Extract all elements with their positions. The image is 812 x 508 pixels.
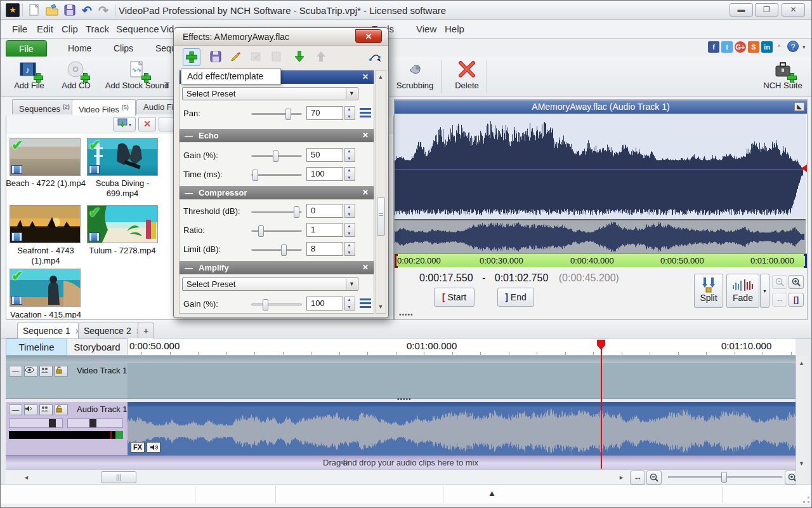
minimize-button[interactable]: ▬	[730, 3, 753, 17]
menu-sequence[interactable]: Sequence	[116, 23, 159, 34]
add-stock-sound-button[interactable]: ∿∿ Add Stock Sound	[102, 59, 172, 95]
save-template-button[interactable]	[207, 48, 225, 66]
limit-slider[interactable]	[251, 249, 302, 251]
tab-clips[interactable]: Clips	[101, 40, 146, 57]
echo-gain-slider[interactable]	[251, 155, 302, 157]
scroll-up-icon[interactable]: ▲	[376, 72, 386, 82]
tab-video-files[interactable]: Video Files (5)	[72, 99, 136, 116]
collapse-section-icon[interactable]: —	[185, 129, 193, 142]
track-group-icon[interactable]	[39, 366, 53, 377]
remove-effect-icon[interactable]: ✕	[362, 186, 369, 199]
limit-input[interactable]: 8	[306, 242, 343, 256]
close-button[interactable]: ✕	[782, 3, 805, 17]
waveform-overview[interactable]	[395, 219, 806, 253]
panel-resize-handle[interactable]: •••••	[399, 311, 414, 318]
threshold-input[interactable]: 0	[306, 204, 343, 218]
file-name[interactable]: Vacation - 415.mp4	[4, 310, 87, 318]
add-sequence-tab[interactable]: +	[138, 323, 154, 338]
horizontal-scrollbar[interactable]: ◄ ||| ► ↔	[6, 469, 796, 485]
amplify-gain-spinner[interactable]	[344, 297, 355, 311]
add-file-button[interactable]: ♪ Add File	[7, 59, 51, 95]
ratio-input[interactable]: 1	[306, 223, 343, 237]
menu-edit[interactable]: Edit	[37, 23, 53, 34]
echo-time-spinner[interactable]	[344, 167, 355, 181]
track-visibility-icon[interactable]	[24, 366, 37, 377]
add-cd-button[interactable]: Add CD	[54, 59, 98, 95]
linkedin-icon[interactable]: in	[761, 41, 773, 53]
scroll-right-icon[interactable]: ►	[616, 472, 627, 483]
scroll-down-icon[interactable]: ▼	[796, 458, 807, 469]
chevron-down-icon[interactable]: ▾	[802, 44, 806, 50]
collapse-section-icon[interactable]: —	[185, 186, 193, 199]
menu-clip[interactable]: Clip	[62, 23, 78, 34]
remove-file-button[interactable]: ✕	[138, 117, 156, 131]
file-name[interactable]: Seafront - 4743 (1).mp4	[4, 246, 87, 266]
fit-timeline-button[interactable]: ↔	[630, 471, 645, 485]
timeline-view-tab[interactable]: Timeline	[6, 338, 67, 356]
pan-automation-icon[interactable]	[360, 108, 371, 117]
twitter-icon[interactable]: t	[721, 41, 733, 53]
pan-spinner[interactable]	[344, 106, 355, 120]
scrollbar-thumb[interactable]: |||	[101, 471, 136, 483]
split-button[interactable]: Split	[694, 274, 723, 308]
fade-dropdown-arrow[interactable]: ▾	[760, 274, 769, 308]
chevron-up-icon[interactable]: ^	[778, 44, 780, 50]
timeline-zoom-handle[interactable]	[721, 472, 727, 483]
file-name[interactable]: Beach - 4722 (1).mp4	[4, 178, 87, 189]
track-lock-icon[interactable]	[55, 404, 68, 415]
clip-audio-button[interactable]	[147, 442, 160, 453]
scroll-left-icon[interactable]: ◄	[21, 472, 32, 483]
threshold-spinner[interactable]	[344, 204, 355, 218]
amplify-gain-input[interactable]: 100	[306, 297, 343, 311]
dialog-close-button[interactable]: ✕	[355, 29, 382, 43]
copy-effect-button[interactable]	[247, 48, 265, 66]
waveform-main[interactable]	[395, 114, 806, 219]
collapse-track-icon[interactable]: —	[9, 366, 22, 377]
fade-button[interactable]: Fade	[726, 274, 759, 308]
scroll-up-icon[interactable]: ▲	[796, 358, 807, 368]
collapse-panel-arrow[interactable]: ▲	[488, 488, 496, 498]
delete-button[interactable]: Delete	[445, 59, 489, 95]
limit-spinner[interactable]	[344, 242, 355, 256]
pan-slider[interactable]	[251, 113, 302, 115]
maximize-button[interactable]: ❐	[755, 3, 778, 17]
move-effect-up-button[interactable]	[312, 48, 330, 66]
undo-icon[interactable]: ↶	[82, 3, 96, 17]
automation-curve-button[interactable]	[367, 48, 384, 66]
nch-suite-button[interactable]: NCH Suite	[761, 59, 805, 95]
vertical-scrollbar[interactable]: ▲ ▼	[796, 356, 808, 485]
zoom-out-button[interactable]	[772, 275, 787, 289]
track-group-icon[interactable]	[39, 404, 53, 415]
file-name[interactable]: Tulum - 7278.mp4	[81, 246, 164, 256]
timeline-zoom-out-button[interactable]	[646, 471, 662, 485]
pan-preset-select[interactable]: Select Preset▼	[182, 87, 358, 100]
collapse-track-icon[interactable]: —	[9, 404, 22, 415]
storyboard-view-tab[interactable]: Storyboard	[67, 338, 128, 356]
video-track-lane[interactable]	[128, 363, 796, 399]
thumbnail-vacation[interactable]: ✔	[10, 269, 81, 307]
track-lock-icon[interactable]	[55, 366, 68, 377]
audio-ruler[interactable]: 0:00:20.000 0:00:30.000 0:00:40.000 0:00…	[395, 253, 807, 267]
timeline-ruler[interactable]: 0:00:50.000 0:01:00.000 0:01:10.000	[128, 338, 796, 356]
track-mute-icon[interactable]	[24, 404, 37, 415]
remove-effect-icon[interactable]: ✕	[362, 70, 369, 84]
dialog-scrollbar[interactable]: ▲ ▼	[376, 70, 386, 314]
ratio-spinner[interactable]	[344, 223, 355, 237]
compressor-section-header[interactable]: — Compressor ✕	[180, 186, 374, 199]
clip-fx-button[interactable]: FX	[131, 442, 145, 453]
menu-file[interactable]: File	[12, 23, 27, 34]
pan-slider[interactable]	[67, 418, 123, 428]
zoom-selection-button[interactable]: []	[789, 293, 804, 307]
selection-start-bracket[interactable]	[395, 254, 398, 268]
thumbnail-seafront[interactable]	[10, 205, 81, 243]
amplify-gain-slider[interactable]	[251, 304, 302, 305]
edit-effect-button[interactable]	[227, 48, 245, 66]
save-project-icon[interactable]	[63, 3, 77, 17]
remove-effect-icon[interactable]: ✕	[362, 129, 369, 142]
end-button[interactable]: ] End	[497, 288, 534, 307]
audio-drop-zone[interactable]: Drag and drop your audio clips here to m…	[6, 455, 796, 469]
audio-clip[interactable]: FX	[128, 402, 796, 455]
echo-gain-spinner[interactable]	[344, 148, 355, 162]
echo-gain-input[interactable]: 50	[306, 148, 343, 162]
scrollbar-thumb[interactable]	[377, 197, 385, 236]
